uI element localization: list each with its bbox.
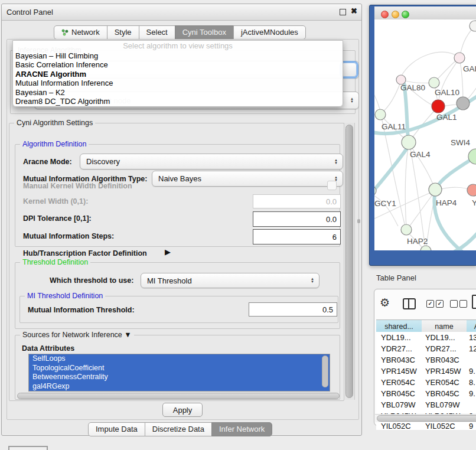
table-hscroll-thumb[interactable] <box>377 415 476 422</box>
sources-title-text: Sources for Network Inference <box>22 331 122 339</box>
node-hap2[interactable] <box>401 224 412 235</box>
tab-discretize-data-label: Discretize Data <box>152 425 204 433</box>
tab-impute-data[interactable]: Impute Data <box>88 422 145 436</box>
unchecked-box-icon-2[interactable] <box>459 300 467 308</box>
tab-infer-network[interactable]: Infer Network <box>211 422 272 436</box>
network-tab-icon <box>61 29 69 36</box>
node-gal11[interactable] <box>375 109 386 120</box>
network-canvas[interactable]: GAL GAL80 GAL10 GAL1 GAL11 GAL4 SWI4 GCY… <box>374 19 476 250</box>
network-window-titlebar <box>374 6 476 20</box>
data-attributes-list[interactable]: SelfLoops TopologicalCoefficient Between… <box>28 354 330 392</box>
node-unlabeled-bottom[interactable] <box>420 246 431 250</box>
list-item-betweennesscentrality[interactable]: BetweennessCentrality <box>29 373 330 382</box>
list-scrollbar-thumb[interactable] <box>322 356 328 387</box>
unchecked-box-icon-1[interactable] <box>450 300 458 308</box>
column-header-name-label: name <box>435 322 453 331</box>
dropdown-item-aracne[interactable]: ARACNE Algorithm <box>13 70 343 79</box>
gear-icon[interactable]: ⚙ <box>380 296 390 309</box>
node-label-gal1: GAL1 <box>436 113 457 122</box>
dropdown-item-bayesian-k2[interactable]: Bayesian – K2 <box>13 88 343 97</box>
top-tab-bar: Network Style Select Cyni Toolbox jActiv… <box>54 25 306 40</box>
sources-horizontal-scrollbar[interactable] <box>17 393 340 399</box>
manual-kernel-checkbox[interactable] <box>327 181 337 190</box>
dpi-tolerance-field[interactable]: 0.0 <box>253 211 341 227</box>
page-icon[interactable] <box>472 295 476 309</box>
mi-steps-field[interactable]: 6 <box>253 229 341 244</box>
node-salmon[interactable] <box>467 184 476 196</box>
mac-close-icon[interactable] <box>381 11 389 18</box>
cell-value: 9. <box>464 389 476 398</box>
dropdown-item-dream8[interactable]: Dream8 DC_TDC Algorithm <box>13 97 343 106</box>
cell-name: YER054C <box>420 378 464 387</box>
aracne-mode-value: Discovery <box>86 157 120 166</box>
table-row[interactable]: YPR145W YPR145W 9. <box>376 366 476 377</box>
column-header-shared[interactable]: shared... <box>376 319 422 333</box>
screen: Control Panel ✖ Network Style Select Cyn… <box>0 0 476 450</box>
split-columns-divider <box>408 299 409 308</box>
dropdown-placeholder[interactable]: Select algorithm to view settings <box>13 41 343 51</box>
mac-minimize-icon[interactable] <box>392 11 399 18</box>
control-panel-window: Control Panel ✖ Network Style Select Cyn… <box>1 4 362 436</box>
table-row[interactable]: YIL052C YIL052C 9 <box>376 422 476 430</box>
checked-box-icon-2[interactable]: ✓ <box>436 300 444 308</box>
partial-bottom-widget[interactable] <box>8 446 48 450</box>
mi-threshold-value: 0.5 <box>322 305 333 314</box>
cyni-algorithm-settings-title: Cyni Algorithm Settings <box>14 119 95 127</box>
node-hap4[interactable] <box>429 183 442 196</box>
hub-definition-label: Hub/Transcription Factor Definition <box>23 249 147 257</box>
apply-button[interactable]: Apply <box>162 403 203 417</box>
tab-select[interactable]: Select <box>139 25 175 40</box>
node-gal10[interactable] <box>429 77 439 88</box>
table-row[interactable]: YDR27... YDR27... 12 <box>376 343 476 354</box>
cell-value: 12 <box>464 344 476 353</box>
combobox-focused-arrow-button[interactable] <box>341 63 357 77</box>
aracne-mode-label: Aracne Mode: <box>23 158 72 166</box>
dropdown-item-bayesian-hill-climbing[interactable]: Bayesian – Hill Climbing <box>13 51 343 60</box>
table-row[interactable]: YDL19... YDL19... 13 <box>376 332 476 343</box>
tab-network[interactable]: Network <box>54 25 107 40</box>
node-gray[interactable] <box>457 97 470 110</box>
table-row[interactable]: YER054C YER054C 8. <box>376 377 476 388</box>
collapse-arrow-icon[interactable]: ▼ <box>124 331 131 339</box>
dropdown-item-mutual-information[interactable]: Mutual Information Inference <box>13 79 343 87</box>
node-pink-upper[interactable] <box>454 53 465 63</box>
aracne-mode-combobox[interactable]: Discovery ▲▼ <box>80 154 343 169</box>
cell-name: YBR045C <box>420 389 464 398</box>
tab-impute-data-label: Impute Data <box>96 425 138 433</box>
mi-threshold-field[interactable]: 0.5 <box>249 302 337 317</box>
cell-shared: YER054C <box>376 378 420 387</box>
column-header-name[interactable]: name <box>422 319 467 333</box>
list-item-gal4rgexp[interactable]: gal4RGexp <box>29 382 330 392</box>
close-panel-icon[interactable]: ✖ <box>351 6 357 15</box>
panel-splitter-handle[interactable] <box>357 219 360 223</box>
cell-name: YDL19... <box>420 333 464 342</box>
list-item-selfloops[interactable]: SelfLoops <box>29 354 330 364</box>
mac-zoom-icon[interactable] <box>402 11 409 18</box>
node-label-gal11: GAL11 <box>382 122 406 131</box>
settings-scrollbar[interactable] <box>344 123 355 400</box>
table-row[interactable]: YBR045C YBR045C 9. <box>376 388 476 399</box>
expand-arrow-icon[interactable]: ▶ <box>165 247 171 256</box>
dropdown-item-basic-correlation[interactable]: Basic Correlation Inference <box>13 60 343 69</box>
node-gal4[interactable] <box>402 135 416 149</box>
float-window-icon[interactable] <box>340 9 346 15</box>
which-threshold-combobox[interactable]: MI Threshold ▲▼ <box>141 273 319 288</box>
cell-shared: YPR145W <box>376 367 420 376</box>
node-label-hap4: HAP4 <box>436 198 457 207</box>
cell-value: 9 <box>464 422 476 430</box>
node-gal1-red[interactable] <box>432 100 445 113</box>
table-row[interactable]: YBL079W YBL079W <box>376 399 476 410</box>
node-unlabeled-top[interactable] <box>470 21 476 31</box>
settings-scrollbar-thumb[interactable] <box>345 125 353 398</box>
tab-style[interactable]: Style <box>107 25 139 40</box>
kernel-width-field[interactable]: 0.0 <box>253 194 341 208</box>
list-item-topologicalcoefficient[interactable]: TopologicalCoefficient <box>29 364 330 373</box>
mi-type-combobox[interactable]: Naive Bayes ▲▼ <box>152 171 343 187</box>
tab-discretize-data[interactable]: Discretize Data <box>145 422 212 436</box>
checked-box-icon-1[interactable]: ✓ <box>426 300 434 308</box>
tab-jactivemnodules[interactable]: jActiveMNodules <box>233 25 306 40</box>
split-columns-icon[interactable] <box>403 298 416 309</box>
table-row[interactable]: YBR043C YBR043C <box>376 354 476 366</box>
tab-cyni-toolbox[interactable]: Cyni Toolbox <box>175 25 234 40</box>
column-header-partial[interactable]: A <box>467 319 476 333</box>
